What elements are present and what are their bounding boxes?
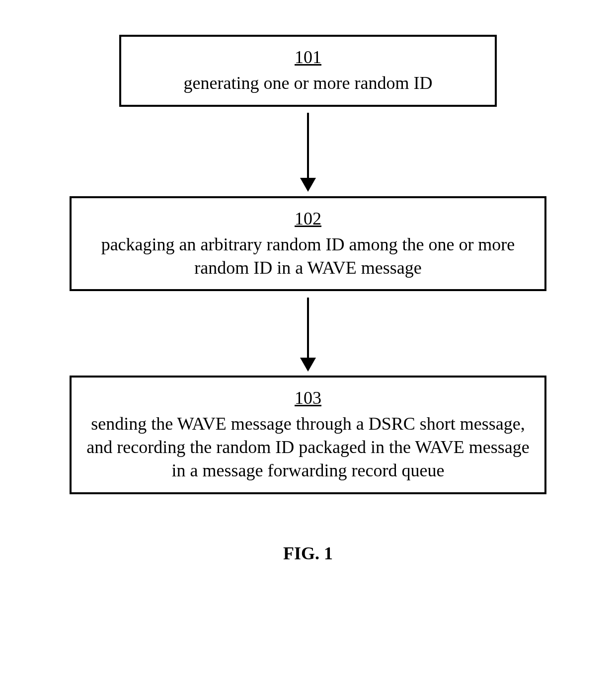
arrow-down-icon	[307, 298, 309, 370]
flowchart-step-2: 102 packaging an arbitrary random ID amo…	[70, 196, 546, 292]
arrow-1-container	[70, 107, 546, 196]
step-1-wrapper: 101 generating one or more random ID	[70, 35, 546, 107]
flowchart-container: 101 generating one or more random ID 102…	[70, 35, 546, 494]
arrow-2-container	[70, 291, 546, 376]
step-3-text: sending the WAVE message through a DSRC …	[86, 414, 529, 480]
step-1-number: 101	[136, 47, 480, 68]
step-3-number: 103	[86, 387, 530, 408]
step-2-number: 102	[86, 208, 530, 229]
figure-caption: FIG. 1	[70, 543, 546, 564]
step-2-text: packaging an arbitrary random ID among t…	[101, 234, 515, 278]
flowchart-step-1: 101 generating one or more random ID	[119, 35, 497, 107]
step-2-wrapper: 102 packaging an arbitrary random ID amo…	[70, 196, 546, 292]
step-3-wrapper: 103 sending the WAVE message through a D…	[70, 376, 546, 494]
flowchart-step-3: 103 sending the WAVE message through a D…	[70, 376, 546, 494]
arrow-down-icon	[307, 113, 309, 190]
step-1-text: generating one or more random ID	[184, 73, 433, 93]
